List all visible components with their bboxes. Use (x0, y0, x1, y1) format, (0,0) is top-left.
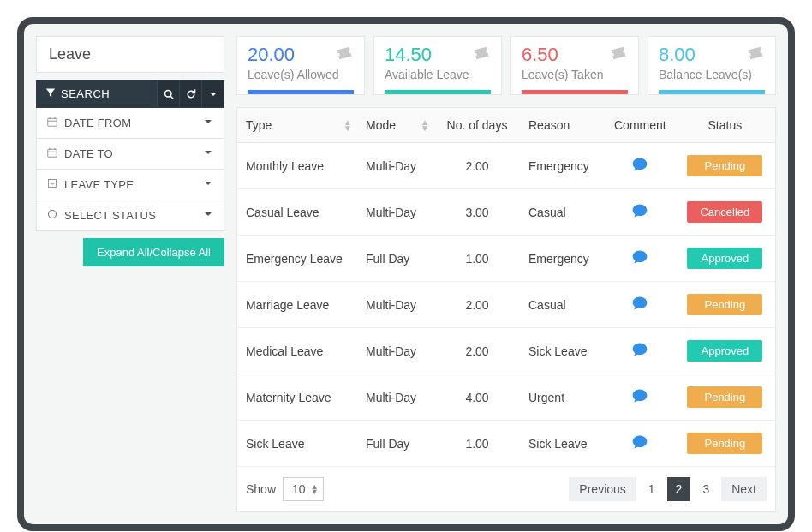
pager-next[interactable]: Next (721, 477, 767, 501)
cell-days: 1.00 (434, 236, 520, 282)
status-badge: Pending (687, 386, 762, 408)
svg-rect-2 (48, 118, 57, 126)
page-size-select[interactable]: 10 ▲▼ (283, 477, 324, 501)
status-badge: Pending (687, 433, 762, 454)
table-footer: Show 10 ▲▼ Previous123Next (237, 466, 775, 511)
col-comment-label: Comment (614, 118, 666, 132)
filter-icon (47, 117, 57, 129)
col-days[interactable]: No. of days (434, 108, 520, 143)
cell-mode: Multi-Day (357, 374, 434, 421)
cell-days: 1.00 (434, 421, 520, 467)
col-reason-label: Reason (528, 118, 570, 132)
cell-days: 4.00 (434, 374, 520, 421)
filter-icon (47, 209, 57, 222)
cell-reason: Emergency (520, 143, 606, 189)
svg-point-13 (49, 211, 57, 218)
filter-icon (47, 178, 57, 191)
cell-type: Casual Leave (237, 189, 357, 236)
stat-value: 20.00 (248, 44, 295, 66)
stat-label: Leave(s) Taken (522, 68, 628, 81)
status-badge: Cancelled (687, 201, 762, 223)
col-comment[interactable]: Comment (606, 108, 675, 143)
pager-page[interactable]: 1 (640, 477, 664, 501)
table-row: Medical LeaveMulti-Day2.00Sick LeaveAppr… (237, 328, 775, 374)
comment-icon[interactable] (631, 208, 648, 222)
cell-type: Medical Leave (237, 328, 357, 374)
ticket-icon (746, 44, 765, 66)
filter-item[interactable]: DATE FROM (36, 108, 224, 139)
cell-days: 2.00 (434, 282, 520, 328)
status-badge: Approved (687, 340, 762, 362)
refresh-button[interactable] (179, 81, 201, 107)
stat-bar (522, 90, 628, 94)
search-label: SEARCH (61, 87, 110, 100)
chevron-down-icon (203, 147, 213, 160)
cell-reason: Sick Leave (520, 421, 606, 467)
comment-icon[interactable] (631, 347, 648, 361)
col-reason[interactable]: Reason (520, 108, 606, 143)
col-mode-label: Mode (366, 118, 396, 132)
table-row: Sick LeaveFull Day1.00Sick LeavePending (237, 421, 775, 467)
status-badge: Pending (687, 155, 762, 176)
select-arrows-icon: ▲▼ (311, 484, 319, 494)
pager-page[interactable]: 2 (667, 477, 691, 501)
stat-card: 14.50Available Leave (373, 36, 502, 95)
cell-type: Marriage Leave (237, 282, 357, 328)
col-status[interactable]: Status (675, 108, 775, 143)
stat-value: 14.50 (385, 44, 432, 66)
sidebar: Leave SEARCH DATE FROMDATE TOLEA (36, 36, 224, 512)
chevron-down-icon (203, 117, 213, 129)
cell-days: 2.00 (434, 143, 520, 189)
sort-icon: ▲▼ (343, 119, 352, 131)
col-type[interactable]: Type ▲▼ (237, 108, 357, 143)
cell-type: Maternity Leave (237, 374, 357, 421)
comment-icon[interactable] (631, 254, 648, 268)
stat-bar (385, 90, 491, 94)
comment-icon[interactable] (631, 393, 648, 407)
comment-icon[interactable] (631, 439, 648, 453)
cell-mode: Full Day (357, 236, 434, 282)
filter-label: SELECT STATUS (64, 209, 156, 222)
stat-bar (248, 90, 354, 94)
search-button[interactable] (157, 81, 179, 107)
stats-row: 20.00Leave(s) Allowed14.50Available Leav… (236, 36, 776, 95)
cell-days: 3.00 (434, 189, 520, 236)
col-days-label: No. of days (447, 118, 508, 132)
col-mode[interactable]: Mode ▲▼ (357, 108, 434, 143)
filter-item[interactable]: LEAVE TYPE (36, 170, 224, 200)
ticket-icon (472, 44, 491, 66)
pager-page[interactable]: 3 (694, 477, 718, 501)
chevron-down-icon (203, 178, 213, 191)
filter-list: DATE FROMDATE TOLEAVE TYPESELECT STATUS (36, 108, 224, 231)
search-label-wrap: SEARCH (37, 81, 157, 107)
leave-table: Type ▲▼ Mode ▲▼ No. of days Reason (237, 108, 775, 466)
cell-mode: Multi-Day (357, 328, 434, 374)
cell-mode: Multi-Day (357, 282, 434, 328)
comment-icon[interactable] (631, 162, 648, 176)
col-type-label: Type (246, 118, 272, 132)
table-row: Marriage LeaveMulti-Day2.00CasualPending (237, 282, 775, 328)
pager-prev[interactable]: Previous (569, 477, 636, 501)
filter-label: LEAVE TYPE (64, 178, 134, 191)
stat-bar (659, 90, 765, 94)
stat-card: 6.50Leave(s) Taken (510, 36, 639, 95)
dropdown-button[interactable] (201, 81, 224, 107)
cell-reason: Emergency (520, 236, 606, 282)
expand-collapse-button[interactable]: Expand All/Collapse All (83, 238, 224, 266)
table-row: Casual LeaveMulti-Day3.00CasualCancelled (237, 189, 775, 236)
cell-days: 2.00 (434, 328, 520, 374)
status-badge: Approved (687, 248, 762, 269)
cell-type: Sick Leave (237, 421, 357, 467)
filter-item[interactable]: SELECT STATUS (36, 200, 224, 231)
filter-item[interactable]: DATE TO (36, 139, 224, 170)
stat-label: Leave(s) Allowed (248, 68, 354, 81)
table-body: Monthly LeaveMulti-Day2.00EmergencyPendi… (237, 143, 775, 467)
filter-icon (47, 147, 57, 160)
main: 20.00Leave(s) Allowed14.50Available Leav… (236, 36, 776, 512)
svg-line-1 (170, 96, 173, 99)
comment-icon[interactable] (631, 301, 648, 314)
cell-mode: Full Day (357, 421, 434, 467)
cell-mode: Multi-Day (357, 189, 434, 236)
svg-point-0 (164, 90, 171, 97)
table-row: Maternity LeaveMulti-Day4.00UrgentPendin… (237, 374, 775, 421)
